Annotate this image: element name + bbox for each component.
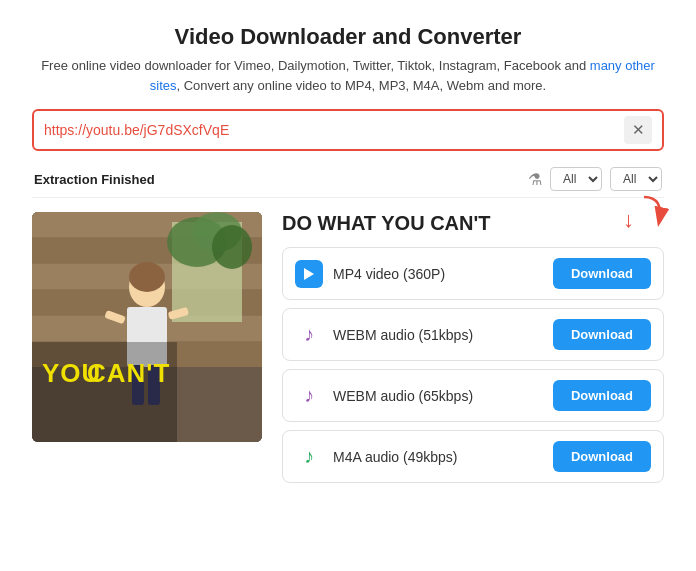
status-bar: Extraction Finished ⚗ All All [32, 161, 664, 198]
video-thumbnail: YOU CAN'T [32, 212, 262, 442]
item-label-mp4: MP4 video (360P) [333, 266, 553, 282]
download-button-m4a[interactable]: Download [553, 441, 651, 472]
video-icon [295, 260, 323, 288]
url-input[interactable] [44, 122, 624, 138]
download-item-webm51: ♪ WEBM audio (51kbps) Download [282, 308, 664, 361]
filter-select-2[interactable]: All [610, 167, 662, 191]
download-item-webm65: ♪ WEBM audio (65kbps) Download [282, 369, 664, 422]
download-button-webm65[interactable]: Download [553, 380, 651, 411]
item-label-webm51: WEBM audio (51kbps) [333, 327, 553, 343]
page-description: Free online video downloader for Vimeo, … [32, 56, 664, 95]
description-text-2: , Convert any online video to MP4, MP3, … [177, 78, 547, 93]
audio-icon-green: ♪ [295, 443, 323, 471]
download-item-m4a: ♪ M4A audio (49kbps) Download [282, 430, 664, 483]
item-label-m4a: M4A audio (49kbps) [333, 449, 553, 465]
item-label-webm65: WEBM audio (65kbps) [333, 388, 553, 404]
download-panel: DO WHAT YOU CAN'T ↓ MP4 video (360P) Dow… [282, 212, 664, 491]
svg-point-15 [129, 262, 165, 292]
download-item-mp4: MP4 video (360P) Download [282, 247, 664, 300]
audio-icon-purple-2: ♪ [295, 382, 323, 410]
description-text-1: Free online video downloader for Vimeo, … [41, 58, 590, 73]
filter-icon: ⚗ [528, 170, 542, 189]
play-triangle [304, 268, 314, 280]
page-title: Video Downloader and Converter [32, 24, 664, 50]
download-button-webm51[interactable]: Download [553, 319, 651, 350]
page-header: Video Downloader and Converter Free onli… [32, 24, 664, 95]
filter-select-1[interactable]: All [550, 167, 602, 191]
extraction-status: Extraction Finished [34, 172, 155, 187]
svg-point-12 [212, 225, 252, 269]
svg-text:CAN'T: CAN'T [87, 358, 170, 388]
filter-row: ⚗ All All [528, 167, 662, 191]
audio-icon-purple-1: ♪ [295, 321, 323, 349]
panel-title: DO WHAT YOU CAN'T ↓ [282, 212, 664, 235]
content-area: YOU CAN'T DO WHAT YOU CAN'T ↓ MP4 [32, 212, 664, 491]
svg-rect-20 [32, 342, 177, 442]
download-button-mp4[interactable]: Download [553, 258, 651, 289]
clear-button[interactable]: ✕ [624, 116, 652, 144]
url-bar: ✕ [32, 109, 664, 151]
